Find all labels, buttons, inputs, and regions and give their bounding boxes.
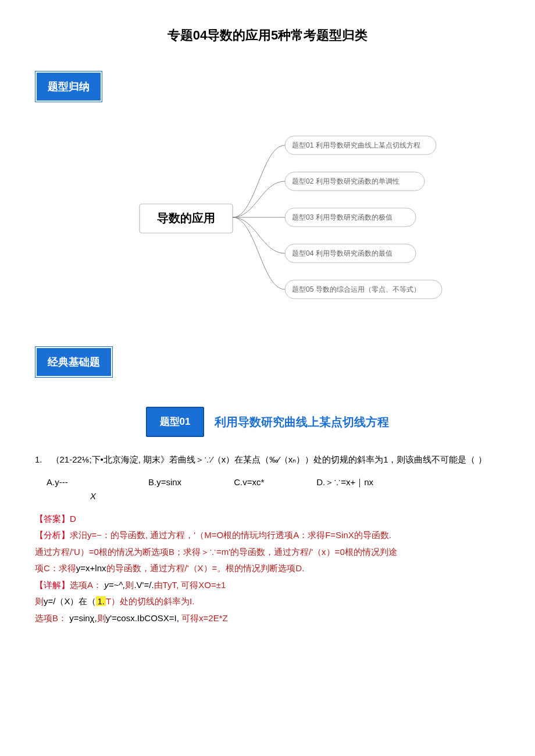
section-tag-2: 经典基础题	[35, 346, 113, 378]
option-b: B.y=sinx	[148, 474, 181, 505]
section-tag-1-label: 题型归纳	[37, 73, 101, 101]
svg-text:题型03 利用导数研究函数的极值: 题型03 利用导数研究函数的极值	[292, 213, 393, 221]
page-title: 专题04导数的应用5种常考题型归类	[35, 23, 500, 48]
topic-header: 题型01 利用导数研究曲线上某点切线方程	[35, 407, 500, 437]
topic-title: 利用导数研究曲线上某点切线方程	[215, 411, 389, 433]
problem-block: 1. （21-22⅛;下•北京海淀, 期末》若曲线＞∵∕（x）在某点（‰∕（xₙ…	[35, 452, 500, 626]
detail-line-b: 选项B： y=sinχ,则y'=cosx.IbCOSX=I, 可得x=2E*Z	[35, 610, 500, 627]
svg-text:题型04 利用导数研究函数的最值: 题型04 利用导数研究函数的最值	[292, 249, 393, 257]
mindmap-node-3: 题型03 利用导数研究函数的极值	[285, 208, 416, 227]
detail-line-a: 【详解】选项A： y=~^,则.V'=/.由TyT, 可得XO=±1	[35, 577, 500, 594]
problem-stem: 1. （21-22⅛;下•北京海淀, 期末》若曲线＞∵∕（x）在某点（‰∕（xₙ…	[35, 452, 500, 468]
detail-line-2: 则y=/（X）在（1.T）处的切线的斜率为I.	[35, 593, 500, 610]
topic-badge: 题型01	[146, 407, 205, 437]
svg-text:题型02 利用导数研究函数的单调性: 题型02 利用导数研究函数的单调性	[292, 177, 400, 185]
analysis-line-1: 【分析】求汨y=−：的导函数, 通过方程，'（M=O根的情玩均行透项A：求得F=…	[35, 527, 500, 544]
mindmap-center-text: 导数的应用	[157, 212, 215, 224]
mindmap-node-4: 题型04 利用导数研究函数的最值	[285, 244, 416, 263]
svg-text:题型05 导数的综合运用（零点、不等式）: 题型05 导数的综合运用（零点、不等式）	[292, 285, 420, 293]
section-tag-2-label: 经典基础题	[37, 348, 111, 376]
analysis-line-2: 通过方程/'U）=0根的情况为断选项B；求得＞∵=m'的导函数，通过方程/'（x…	[35, 544, 500, 561]
svg-text:题型01 利用导数研究曲线上某点切线方程: 题型01 利用导数研究曲线上某点切线方程	[292, 141, 420, 149]
mindmap-diagram: 导数的应用 题型01 利用导数研究曲线上某点切线方程 题型02 利用导数研究函数…	[35, 126, 500, 317]
mindmap-node-5: 题型05 导数的综合运用（零点、不等式）	[285, 280, 442, 299]
mindmap-node-2: 题型02 利用导数研究函数的单调性	[285, 172, 425, 191]
section-tag-1: 题型归纳	[35, 71, 102, 102]
option-a: A.y--- X	[47, 474, 96, 505]
analysis-line-3: 项C：求得y=x+lnx的导函数，通过方程/'（X）=。根的情况判断选项D.	[35, 560, 500, 577]
mindmap-node-1: 题型01 利用导数研究曲线上某点切线方程	[285, 136, 436, 155]
problem-options: A.y--- X B.y=sinx C.v=xc* D.＞∵=x+｜nx	[47, 474, 488, 505]
option-d: D.＞∵=x+｜nx	[316, 474, 373, 505]
option-c: C.v=xc*	[234, 474, 264, 505]
answer-line: 【答案】D	[35, 511, 500, 528]
